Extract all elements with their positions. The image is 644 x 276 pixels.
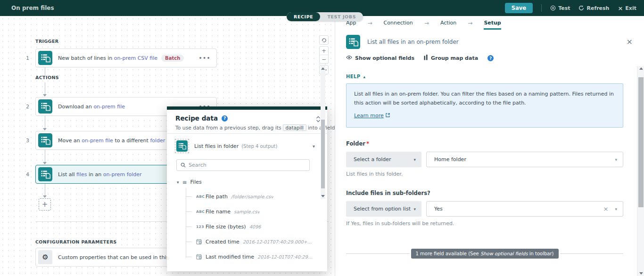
scroll-down-icon[interactable]: [639, 272, 643, 275]
datapill-label: Last modified time: [206, 254, 254, 260]
datapill-chip: datapill: [283, 124, 306, 131]
subfolder-field: Include files in sub-folders? Select fro…: [346, 190, 623, 227]
step-config-panel: App→Connection→Action→Setup List all fil…: [336, 16, 644, 276]
breadcrumb-action[interactable]: Action: [440, 16, 456, 30]
view-switcher: RECIPE TEST JOBS: [287, 12, 363, 21]
popup-scrollbar: [321, 66, 325, 199]
caret-down-icon[interactable]: ▾: [615, 207, 617, 211]
datapill-label: File name: [206, 209, 231, 215]
datapill-file-size-bytes-[interactable]: 123File size (bytes)4096: [186, 222, 313, 231]
datapill-file-name[interactable]: ABCFile namesample.csv: [186, 207, 313, 216]
breadcrumb-connection[interactable]: Connection: [384, 16, 413, 30]
external-link-icon: [386, 112, 390, 121]
connector-arrow-icon: [43, 128, 47, 130]
topbar-divider: [541, 4, 542, 12]
more-fields-row: 1 more field available (See Show optiona…: [346, 249, 623, 259]
datapill-file-path[interactable]: ABCFile path/folder/sample.csv: [186, 192, 313, 201]
folder-value-input[interactable]: Home folder ▾: [426, 152, 623, 167]
zoom-out-button[interactable]: −: [320, 55, 328, 63]
app-icon: [176, 140, 188, 152]
datapill-created-time[interactable]: Created time2016-12-01T07:40:29.000+00:0…: [186, 237, 313, 246]
learn-more-link[interactable]: Learn more: [354, 112, 390, 121]
calendar-icon: [196, 254, 206, 260]
step-title: List all files in an on-prem folder: [58, 171, 142, 178]
action-header: List all files in an on-prem folder ×: [336, 30, 644, 53]
datapill-sample-value: 4096: [249, 224, 261, 229]
zoom-control: + −: [319, 46, 329, 64]
output-source-note: (Step 4 output): [241, 144, 277, 149]
app-icon: [38, 133, 52, 147]
step-number: 1: [26, 55, 29, 61]
files-tree-toggle[interactable]: ▾ ≡ Files: [177, 179, 202, 185]
datapill-last-modified-time[interactable]: Last modified time2016-12-01T07:40:29.00…: [186, 252, 313, 261]
search-input[interactable]: [189, 162, 305, 168]
help-section: HELP ▴ List all files in an on-prem fold…: [346, 74, 623, 128]
help-icon[interactable]: ?: [222, 115, 228, 122]
refresh-icon: [578, 5, 584, 11]
caret-down-icon: ▾: [413, 157, 416, 162]
popup-drag-handle[interactable]: [167, 106, 327, 110]
app-icon: [38, 99, 52, 114]
folder-mode-select[interactable]: Select a folder ▾: [346, 152, 421, 167]
close-icon[interactable]: ×: [627, 38, 633, 46]
datapill-label: File size (bytes): [206, 224, 246, 230]
help-icon[interactable]: ?: [487, 55, 494, 61]
popup-scrollbar-thumb[interactable]: [321, 120, 325, 188]
subfolder-field-label: Include files in sub-folders?: [346, 190, 623, 196]
calendar-icon: [196, 239, 206, 244]
exit-icon: ×: [618, 5, 623, 11]
panel-scrollbar-thumb[interactable]: [638, 77, 644, 207]
breadcrumb-setup[interactable]: Setup: [484, 16, 501, 30]
arrow-right-icon: →: [468, 20, 472, 26]
subfolder-mode-select[interactable]: Select from option list ▾: [346, 201, 421, 217]
scroll-up-icon[interactable]: [639, 67, 643, 70]
tab-test-jobs[interactable]: TEST JOBS: [320, 12, 363, 21]
tab-recipe[interactable]: RECIPE: [287, 12, 320, 21]
group-map-data-button[interactable]: Group map data: [424, 55, 478, 62]
action-title: List all files in an on-prem folder: [367, 39, 459, 45]
scroll-up-icon[interactable]: [321, 67, 325, 70]
files-tree-label: Files: [190, 179, 202, 185]
caret-up-icon: ▴: [363, 74, 366, 79]
datapill-sample-value: 2016-12-01T07:40:29.000+00:00: [243, 239, 313, 244]
panel-scrollbar: [637, 66, 644, 276]
exit-button[interactable]: × Exit: [618, 5, 636, 11]
popup-header: Recipe data ? To use data from a previou…: [167, 110, 327, 134]
test-button[interactable]: Test: [550, 5, 570, 11]
batch-badge: Batch: [161, 55, 184, 62]
save-button[interactable]: Save: [505, 3, 533, 13]
workflow-step-1[interactable]: 1New batch of lines in on-prem CSV fileB…: [35, 49, 217, 67]
caret-down-icon: ▾: [177, 180, 179, 185]
step-menu-icon[interactable]: •••: [198, 55, 211, 61]
datapill-sample-value: /folder/sample.csv: [231, 194, 273, 199]
datapill-search[interactable]: [176, 159, 310, 171]
zoom-in-button[interactable]: +: [320, 47, 328, 55]
caret-down-icon[interactable]: ▾: [615, 157, 617, 162]
folder-field-hint: List files in this folder.: [346, 171, 623, 177]
datatype-label: ABC: [196, 195, 206, 199]
clear-icon[interactable]: ×: [603, 206, 609, 212]
step-number: 2: [26, 104, 29, 110]
app-icon: [346, 35, 360, 49]
reset-view-icon: [322, 36, 327, 45]
chevron-down-icon[interactable]: ▾: [313, 144, 315, 149]
add-step-button[interactable]: +: [39, 198, 51, 211]
refresh-button[interactable]: Refresh: [578, 5, 609, 11]
connector-line: [45, 67, 45, 75]
collapse-icon[interactable]: [316, 115, 321, 124]
reset-view-button[interactable]: [319, 35, 329, 45]
scroll-down-icon[interactable]: [321, 195, 325, 197]
search-icon: [181, 161, 186, 170]
help-text: List all files in an on-prem folder. You…: [354, 91, 614, 106]
subfolder-value-input[interactable]: Yes × ▾: [426, 201, 623, 217]
show-optional-fields-button[interactable]: Show optional fields: [346, 55, 414, 61]
action-toolbar: Show optional fields Group map data ?: [336, 53, 644, 66]
popup-title: Recipe data: [175, 114, 218, 122]
app-icon: [38, 51, 52, 65]
help-toggle[interactable]: HELP ▴: [346, 74, 623, 79]
breadcrumb: App→Connection→Action→Setup: [336, 16, 644, 30]
app-icon: [38, 167, 52, 181]
popup-subtitle: To use data from a previous step, drag i…: [175, 124, 320, 131]
output-source-row[interactable]: List files in folder (Step 4 output) ▾: [176, 140, 315, 152]
connector-arrow-icon: [43, 162, 47, 164]
